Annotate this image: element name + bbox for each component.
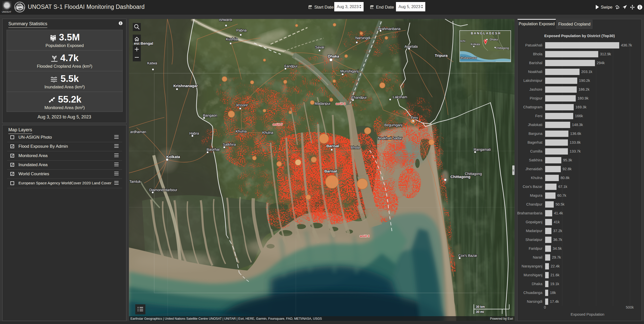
svg-text:Noakhali Sadar: Noakhali Sadar [378,136,402,140]
svg-text:Rangamati: Rangamati [474,147,491,152]
svg-text:Munshiganj: Munshiganj [340,69,359,73]
svg-text:Powered by Esri: Powered by Esri [490,317,513,320]
svg-text:30 km: 30 km [476,305,485,309]
svg-text:ardhaman: ardhaman [130,130,146,134]
svg-text:Barisal: Barisal [326,144,339,148]
svg-text:Bhola: Bhola [351,145,360,149]
svg-text:Tamluk: Tamluk [129,180,141,184]
svg-text:Bangaon: Bangaon [203,113,217,117]
svg-text:Madaripur: Madaripur [315,102,330,106]
svg-text:Cox's Bazar: Cox's Bazar [458,254,477,258]
svg-text:Barisal: Barisal [324,169,337,173]
svg-text:Satkhira: Satkhira [223,142,236,146]
svg-text:Dhaka: Dhaka [490,38,498,41]
svg-text:Jessore: Jessore [235,103,248,107]
svg-text:Basirhat: Basirhat [207,147,219,152]
svg-text:Agartala: Agartala [405,44,418,48]
svg-text:Ishwardi: Ishwardi [219,19,232,22]
svg-text:BANGLADESH: BANGLADESH [471,32,501,35]
svg-text:août 3: août 3 [360,234,369,238]
svg-text:Dhaka: Dhaka [328,54,339,58]
svg-text:Khulna: Khulna [262,131,273,135]
svg-text:Diamond Harbour: Diamond Harbour [149,188,177,192]
svg-text:Katwa: Katwa [147,61,157,65]
svg-text:Chandpur: Chandpur [351,95,367,99]
svg-text:Earthstar Geographics | United: Earthstar Geographics | United Nations S… [130,317,322,320]
svg-text:Pabna: Pabna [236,28,247,32]
svg-text:UNOSAT: UNOSAT [2,11,11,13]
svg-text:Kolkata: Kolkata [471,43,480,46]
svg-text:Kushtia: Kushtia [226,37,238,41]
svg-text:3hubaneswar: 3hubaneswar [460,56,477,59]
svg-text:août 3: août 3 [336,102,345,106]
svg-text:Krishnanagar: Krishnanagar [173,84,198,88]
svg-text:Brahmanbaria: Brahmanbaria [378,27,401,31]
svg-text:nchi: nchi [460,39,465,42]
svg-text:août 5: août 5 [273,122,282,126]
svg-text:II: II [513,169,514,172]
svg-text:Khulna: Khulna [236,129,247,133]
svg-text:Laksham: Laksham [393,95,407,99]
svg-text:Tripura: Tripura [435,53,448,58]
svg-text:Chittagong: Chittagong [496,46,509,49]
svg-text:Faridpur: Faridpur [284,64,298,68]
svg-text:Habra: Habra [189,131,199,135]
svg-text:Savar: Savar [315,45,325,49]
svg-text:Narsingdi: Narsingdi [355,36,370,40]
svg-text:Kolkata: Kolkata [166,155,180,159]
svg-text:Chittagong: Chittagong [450,175,470,179]
svg-text:Begumganj: Begumganj [385,123,403,127]
svg-text:Feni: Feni [411,116,418,120]
svg-text:30 mi: 30 mi [476,310,484,314]
